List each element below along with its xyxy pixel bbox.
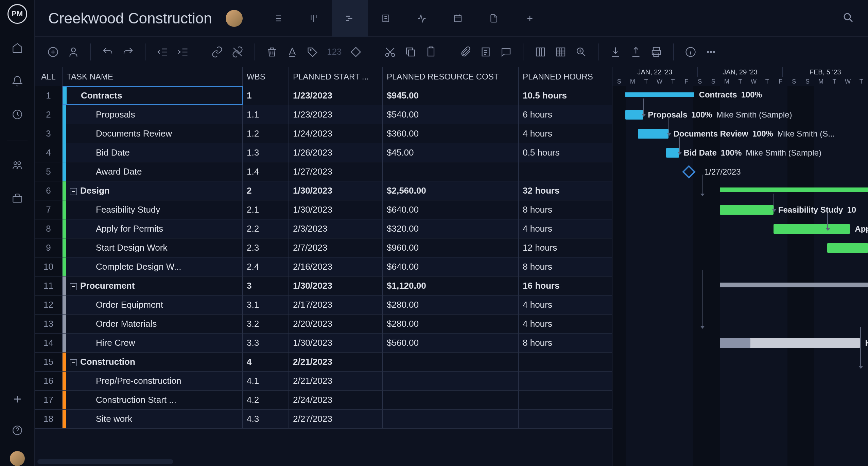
cell-cost[interactable]: $945.00 [383, 86, 519, 105]
cell-start[interactable]: 2/21/2023 [289, 353, 383, 371]
cell-wbs[interactable]: 2 [243, 181, 289, 200]
redo-icon[interactable] [122, 46, 134, 58]
grid-icon[interactable] [555, 46, 567, 58]
recent-icon[interactable] [10, 107, 24, 122]
cell-start[interactable]: 1/24/2023 [289, 124, 383, 143]
comment-icon[interactable] [500, 46, 512, 58]
cell-hours[interactable]: 6 hours [519, 105, 612, 124]
cell-wbs[interactable]: 4 [243, 353, 289, 371]
table-row[interactable]: 10Complete Design W...2.42/16/2023$640.0… [35, 257, 612, 276]
gantt-task-bar[interactable] [827, 243, 868, 253]
view-add-icon[interactable] [512, 0, 548, 37]
table-row[interactable]: 14Hire Crew3.31/30/2023$560.008 hours [35, 334, 612, 353]
table-row[interactable]: 7Feasibility Study2.11/30/2023$640.008 h… [35, 200, 612, 219]
collapse-icon[interactable]: − [70, 359, 77, 366]
cell-task-name[interactable]: Bid Date [63, 143, 243, 162]
table-row[interactable]: 12Order Equipment3.12/17/2023$280.004 ho… [35, 295, 612, 315]
cell-wbs[interactable]: 1 [243, 86, 289, 105]
cell-start[interactable]: 2/20/2023 [289, 315, 383, 333]
horizontal-scrollbar[interactable] [37, 459, 173, 464]
table-row[interactable]: 9Start Design Work2.32/7/2023$960.0012 h… [35, 238, 612, 257]
gantt-task-bar[interactable]: Feasibility Study10 [720, 205, 774, 215]
cell-hours[interactable]: 10.5 hours [519, 86, 612, 105]
cell-task-name[interactable]: Order Materials [63, 315, 243, 333]
diamond-icon[interactable] [350, 46, 362, 58]
cell-start[interactable]: 2/7/2023 [289, 238, 383, 257]
cell-task-name[interactable]: Order Equipment [63, 295, 243, 314]
cell-task-name[interactable]: −Design [63, 181, 243, 200]
cell-wbs[interactable]: 4.3 [243, 410, 289, 428]
col-header-hours[interactable]: PLANNED HOURS [519, 67, 612, 86]
table-row[interactable]: 2Proposals1.11/23/2023$540.006 hours [35, 105, 612, 124]
cell-hours[interactable] [519, 391, 612, 409]
cell-wbs[interactable]: 4.2 [243, 391, 289, 409]
zoom-icon[interactable] [575, 46, 587, 58]
copy-icon[interactable] [404, 46, 417, 58]
import-icon[interactable] [609, 46, 622, 58]
cell-start[interactable]: 2/21/2023 [289, 372, 383, 390]
cell-hours[interactable]: 8 hours [519, 257, 612, 276]
cell-task-name[interactable]: Prep/Pre-construction [63, 372, 243, 390]
cell-wbs[interactable]: 3.3 [243, 334, 289, 352]
gantt-task-bar[interactable]: Apply f [774, 224, 850, 234]
cell-cost[interactable]: $1,120.00 [383, 276, 519, 295]
view-sheet-icon[interactable] [368, 0, 404, 37]
indent-icon[interactable] [177, 46, 189, 58]
table-row[interactable]: 13Order Materials3.22/20/2023$280.004 ho… [35, 315, 612, 334]
cell-cost[interactable] [383, 410, 519, 428]
add-circle-icon[interactable] [47, 46, 59, 58]
view-file-icon[interactable] [476, 0, 512, 37]
paste-icon[interactable] [425, 46, 437, 58]
cell-cost[interactable]: $540.00 [383, 105, 519, 124]
cell-task-name[interactable]: Start Design Work [63, 238, 243, 257]
view-board-icon[interactable] [296, 0, 332, 37]
table-row[interactable]: 17Construction Start ...4.22/24/2023 [35, 391, 612, 410]
cell-hours[interactable]: 4 hours [519, 124, 612, 143]
col-header-start[interactable]: PLANNED START ... [289, 67, 383, 86]
cell-task-name[interactable]: −Construction [63, 353, 243, 371]
cell-cost[interactable] [383, 391, 519, 409]
cell-hours[interactable]: 0.5 hours [519, 143, 612, 162]
cell-start[interactable]: 2/24/2023 [289, 391, 383, 409]
cell-task-name[interactable]: Site work [63, 410, 243, 428]
cell-wbs[interactable]: 2.4 [243, 257, 289, 276]
cell-cost[interactable]: $640.00 [383, 200, 519, 219]
cell-cost[interactable] [383, 162, 519, 181]
cell-wbs[interactable]: 2.3 [243, 238, 289, 257]
cell-wbs[interactable]: 4.1 [243, 372, 289, 390]
col-header-cost[interactable]: PLANNED RESOURCE COST [383, 67, 519, 86]
view-calendar-icon[interactable] [440, 0, 476, 37]
gantt-summary-bar[interactable] [720, 283, 868, 287]
text-icon[interactable] [286, 46, 298, 58]
cell-wbs[interactable]: 2.2 [243, 219, 289, 238]
cell-cost[interactable] [383, 372, 519, 390]
cell-hours[interactable]: 8 hours [519, 334, 612, 352]
col-header-name[interactable]: TASK NAME [63, 67, 243, 86]
cell-start[interactable]: 2/27/2023 [289, 410, 383, 428]
briefcase-icon[interactable] [10, 191, 24, 205]
table-row[interactable]: 8Apply for Permits2.22/3/2023$320.004 ho… [35, 219, 612, 238]
cell-hours[interactable]: 12 hours [519, 238, 612, 257]
cell-start[interactable]: 2/17/2023 [289, 295, 383, 314]
cell-start[interactable]: 1/27/2023 [289, 162, 383, 181]
cell-task-name[interactable]: Construction Start ... [63, 391, 243, 409]
delete-icon[interactable] [266, 46, 278, 58]
help-icon[interactable] [10, 423, 24, 437]
export-icon[interactable] [630, 46, 642, 58]
columns-icon[interactable] [534, 46, 546, 58]
cell-hours[interactable] [519, 410, 612, 428]
outdent-icon[interactable] [156, 46, 169, 58]
table-row[interactable]: 15−Construction42/21/2023 [35, 353, 612, 372]
cell-wbs[interactable]: 2.1 [243, 200, 289, 219]
table-row[interactable]: 5Award Date1.41/27/2023 [35, 162, 612, 181]
cell-start[interactable]: 1/30/2023 [289, 200, 383, 219]
col-header-wbs[interactable]: WBS [243, 67, 289, 86]
cell-start[interactable]: 1/23/2023 [289, 105, 383, 124]
cell-cost[interactable]: $2,560.00 [383, 181, 519, 200]
table-row[interactable]: 6−Design21/30/2023$2,560.0032 hours [35, 181, 612, 200]
cell-cost[interactable] [383, 353, 519, 371]
table-row[interactable]: 4Bid Date1.31/26/2023$45.000.5 hours [35, 143, 612, 162]
cell-hours[interactable]: 4 hours [519, 219, 612, 238]
bell-icon[interactable] [10, 74, 24, 88]
cell-hours[interactable] [519, 162, 612, 181]
